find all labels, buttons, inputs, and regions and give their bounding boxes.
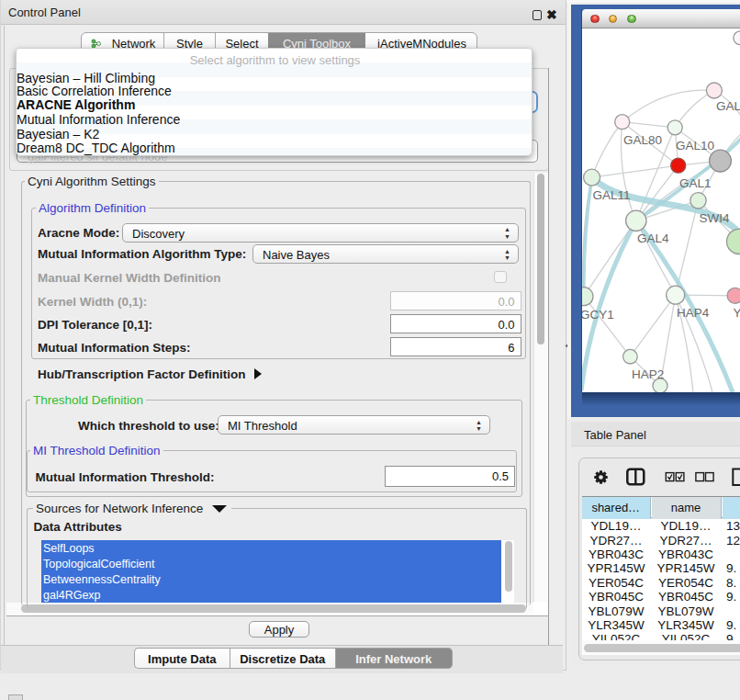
svg-text:HAP2: HAP2 [632,367,664,381]
svg-text:GAL11: GAL11 [593,188,631,202]
svg-text:GAL1: GAL1 [679,176,712,190]
svg-text:GAL10: GAL10 [676,139,714,152]
svg-text:GAL80: GAL80 [623,133,662,147]
svg-text:YML0: YML0 [734,306,740,320]
svg-text:GCY1: GCY1 [582,308,614,322]
svg-text:GAL2: GAL2 [716,99,740,113]
svg-text:HAP4: HAP4 [677,306,710,320]
svg-text:GAL4: GAL4 [637,231,669,245]
svg-text:SWI4: SWI4 [700,211,730,225]
